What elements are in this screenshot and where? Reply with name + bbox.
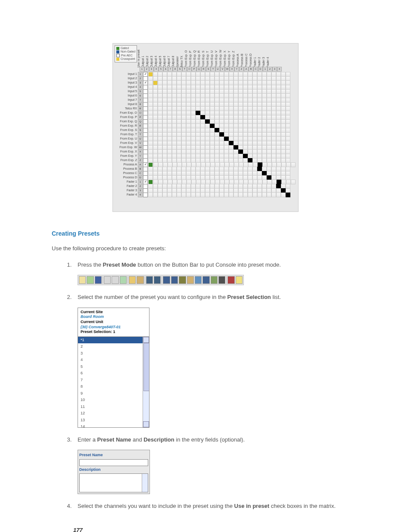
toolbar-icon xyxy=(154,276,161,284)
toolbar-icon xyxy=(171,276,178,284)
toolbar-icon xyxy=(211,276,218,284)
scroll-thumb xyxy=(143,343,149,391)
matrix-box: Gated Non-Gated Pre AEC Crosspoint Use i… xyxy=(112,43,299,212)
preset-list-item: 5 xyxy=(78,364,149,370)
intro-text: Use the following procedure to create pr… xyxy=(52,244,359,253)
scroll-down-icon xyxy=(143,421,149,427)
preset-list-item: 11 xyxy=(78,404,149,411)
help-icon xyxy=(236,276,243,284)
toolbar-icon xyxy=(202,276,209,284)
toolbar-icon xyxy=(218,276,225,284)
toolbar-icon xyxy=(87,276,93,284)
toolbar-icon xyxy=(146,276,153,284)
preset-list-item: 10 xyxy=(78,397,149,404)
preset-list-item: 4 xyxy=(78,357,149,364)
toolbar-icon xyxy=(195,276,202,284)
toolbar-icon xyxy=(95,276,102,284)
toolbar-icon xyxy=(120,276,127,284)
matrix-figure: Gated Non-Gated Pre AEC Crosspoint Use i… xyxy=(52,43,359,212)
button-bar-figure xyxy=(78,275,244,285)
scrollbar xyxy=(142,474,148,492)
toolbar-icon xyxy=(163,276,170,284)
step-1: Press the Preset Mode button on the Butt… xyxy=(73,261,359,286)
step-3: Enter a Preset Name and Description in t… xyxy=(73,436,359,495)
page-number: 177 xyxy=(73,526,359,532)
toolbar-icon xyxy=(104,276,111,284)
toolbar-icon xyxy=(137,276,143,284)
preset-name-field xyxy=(79,459,148,466)
toolbar-icon xyxy=(187,276,194,284)
step-2: Select the number of the preset you want… xyxy=(73,293,359,428)
preset-selection-figure: Current Site Board Room Current Unit (30… xyxy=(78,308,149,428)
toolbar-icon xyxy=(112,276,118,284)
toolbar-icon xyxy=(79,276,86,284)
preset-list-item: 9 xyxy=(78,390,149,397)
toolbar-icon xyxy=(227,276,234,284)
preset-list-item: 13 xyxy=(78,417,149,424)
preset-list-item: *1 xyxy=(78,337,149,344)
preset-list-item: 14 xyxy=(78,423,149,427)
toolbar-icon xyxy=(179,276,186,284)
preset-list-item: 2 xyxy=(78,343,149,350)
toolbar-icon xyxy=(129,276,136,284)
preset-list-item: 6 xyxy=(78,370,149,377)
scroll-up-icon xyxy=(143,337,149,343)
name-description-figure: Preset Name Description xyxy=(78,450,150,494)
description-field xyxy=(79,473,148,492)
preset-list-item: 3 xyxy=(78,350,149,357)
section-heading: Creating Presets xyxy=(52,229,359,238)
preset-list-item: 8 xyxy=(78,383,149,390)
preset-list-item: 12 xyxy=(78,410,149,417)
step-4: Select the channels you want to include … xyxy=(73,502,359,510)
scrollbar xyxy=(143,337,149,427)
matrix-legend: Gated Non-Gated Pre AEC Crosspoint xyxy=(115,45,137,62)
preset-list-item: 7 xyxy=(78,377,149,384)
